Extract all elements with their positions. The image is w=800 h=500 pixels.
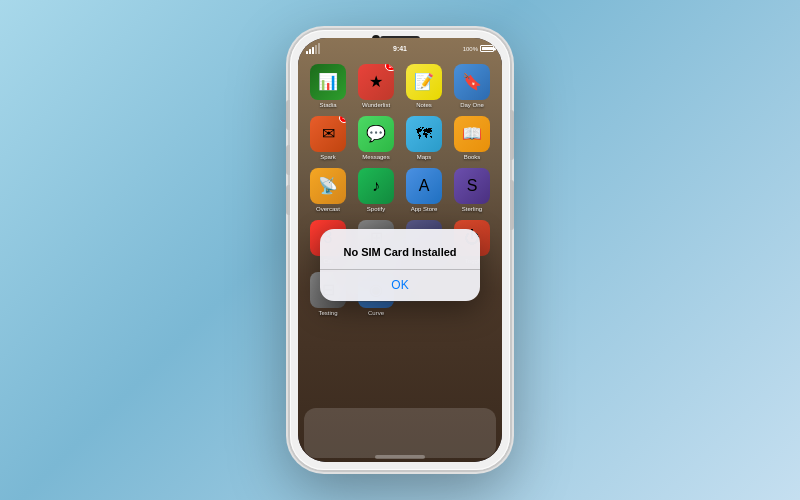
alert-dialog: No SIM Card Installed OK xyxy=(320,229,480,302)
alert-content: No SIM Card Installed xyxy=(320,229,480,269)
homescreen: 9:41 100% 📊Stadia10★Wunderlist📝Notes🔖Day… xyxy=(298,38,502,462)
phone-device: 9:41 100% 📊Stadia10★Wunderlist📝Notes🔖Day… xyxy=(290,30,510,470)
alert-title: No SIM Card Installed xyxy=(334,245,466,259)
alert-ok-button[interactable]: OK xyxy=(320,269,480,301)
alert-overlay: No SIM Card Installed OK xyxy=(298,38,502,462)
phone-screen: 9:41 100% 📊Stadia10★Wunderlist📝Notes🔖Day… xyxy=(298,38,502,462)
